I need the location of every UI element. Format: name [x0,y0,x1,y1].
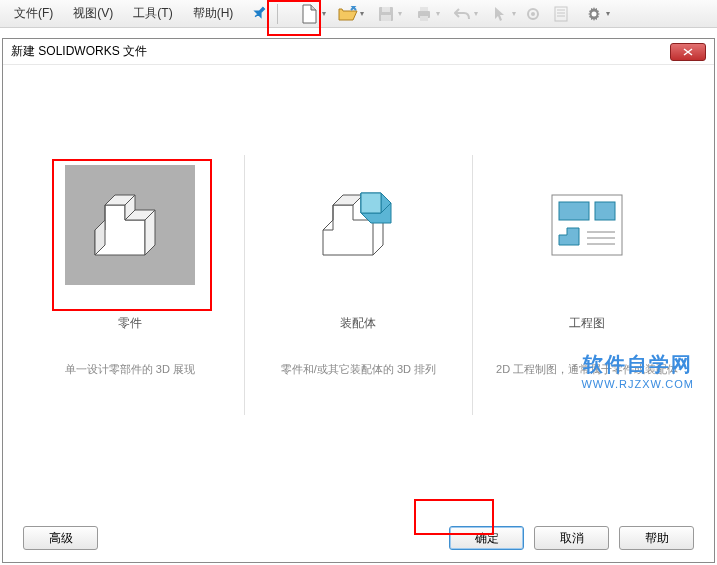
svg-rect-1 [382,7,390,12]
new-file-dialog: 新建 SOLIDWORKS 文件 零件 单一设计零部件的 3D 展现 [2,38,715,563]
print-icon [416,6,432,22]
watermark-text: 软件自学网 [581,351,694,378]
option-desc: 单一设计零部件的 3D 展现 [65,362,195,377]
dialog-footer: 高级 确定 取消 帮助 [3,526,714,550]
menu-tools[interactable]: 工具(T) [123,1,182,26]
rebuild-icon [526,7,540,21]
part-icon [65,165,195,285]
undo-button: ▾ [444,2,480,26]
option-assembly[interactable]: 装配体 零件和/或其它装配体的 3D 排列 [258,165,458,415]
assembly-icon [293,165,423,285]
dropdown-caret-icon: ▾ [360,9,364,18]
toolbar-separator [277,4,278,24]
menu-help[interactable]: 帮助(H) [183,1,244,26]
undo-icon [454,7,470,21]
dropdown-caret-icon: ▾ [436,9,440,18]
svg-rect-2 [381,15,391,21]
svg-point-12 [592,11,597,16]
option-label: 零件 [118,315,142,332]
cursor-icon [494,6,506,22]
save-button: ▾ [368,2,404,26]
folder-open-icon [338,6,358,22]
gear-icon [586,6,602,22]
svg-rect-5 [420,16,428,21]
menubar: 文件(F) 视图(V) 工具(T) 帮助(H) ▾ ▾ [0,0,717,28]
dropdown-caret-icon: ▾ [398,9,402,18]
separator [472,155,473,415]
option-label: 工程图 [569,315,605,332]
open-file-button[interactable]: ▾ [330,2,366,26]
watermark: 软件自学网 WWW.RJZXW.COM [581,351,694,390]
document-icon [301,4,319,24]
svg-rect-15 [595,202,615,220]
pin-icon[interactable] [247,2,270,25]
properties-icon [554,6,568,22]
separator [244,155,245,415]
drawing-icon [522,165,652,285]
dialog-title: 新建 SOLIDWORKS 文件 [11,43,147,60]
rebuild-button [520,2,546,26]
help-button[interactable]: 帮助 [619,526,694,550]
option-label: 装配体 [340,315,376,332]
watermark-url: WWW.RJZXW.COM [581,378,694,390]
dropdown-caret-icon: ▾ [606,9,610,18]
ok-button[interactable]: 确定 [449,526,524,550]
option-part[interactable]: 零件 单一设计零部件的 3D 展现 [30,165,230,415]
dropdown-caret-icon: ▾ [512,9,516,18]
dialog-titlebar: 新建 SOLIDWORKS 文件 [3,39,714,65]
option-desc: 零件和/或其它装配体的 3D 排列 [281,362,436,377]
menu-view[interactable]: 视图(V) [63,1,123,26]
options-button[interactable]: ▾ [576,2,612,26]
svg-point-7 [531,12,535,16]
dropdown-caret-icon: ▾ [322,9,326,18]
new-file-button[interactable]: ▾ [292,2,328,26]
svg-rect-14 [559,202,589,220]
svg-rect-8 [555,7,567,21]
toolbar: ▾ ▾ ▾ ▾ [292,2,612,26]
select-button: ▾ [482,2,518,26]
svg-rect-4 [420,7,428,11]
save-icon [378,6,394,22]
menu-file[interactable]: 文件(F) [4,1,63,26]
print-button: ▾ [406,2,442,26]
close-icon [683,48,693,56]
close-button[interactable] [670,43,706,61]
properties-button [548,2,574,26]
cancel-button[interactable]: 取消 [534,526,609,550]
advanced-button[interactable]: 高级 [23,526,98,550]
dropdown-caret-icon: ▾ [474,9,478,18]
